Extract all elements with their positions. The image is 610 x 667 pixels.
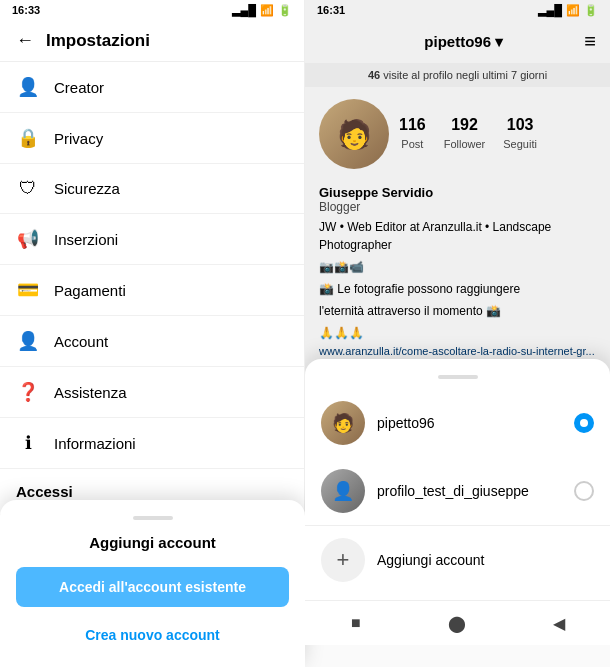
profilo-test-radio [574,481,594,501]
menu-item-sicurezza[interactable]: 🛡 Sicurezza [0,164,304,214]
stat-seguiti-num: 103 [503,116,537,134]
sheet-triangle-icon: ◀ [553,614,565,633]
sheet-add-account-item[interactable]: + Aggiungi account [305,525,610,594]
account-switcher-sheet: 🧑 pipetto96 👤 profilo_test_di_giuseppe +… [305,359,610,645]
sheet-title: Aggiungi account [16,534,289,551]
bio-desc3: l'eternità attraverso il momento 📸 [319,302,596,320]
sheet-nav-circle[interactable]: ⬤ [445,611,469,635]
sheet-nav-triangle[interactable]: ◀ [547,611,571,635]
stat-seguiti: 103 Seguiti [503,116,537,152]
menu-item-inserzioni[interactable]: 📢 Inserzioni [0,214,304,265]
account-item-profilo-test[interactable]: 👤 profilo_test_di_giuseppe [305,457,610,525]
sheet-add-account-label: Aggiungi account [377,552,484,568]
sheet-nav-square[interactable]: ■ [344,611,368,635]
profile-info-row: 🧑 116 Post 192 Follower 103 Seguiti [305,87,610,181]
inserzioni-icon: 📢 [16,228,40,250]
bio-desc2: 📸 Le fotografie possono raggiungere [319,280,596,298]
menu-item-account[interactable]: 👤 Account [0,316,304,367]
avatar: 🧑 [319,99,389,169]
right-status-bar: 16:31 ▂▄█ 📶 🔋 [305,0,610,20]
bio-desc1: JW • Web Editor at Aranzulla.it • Landsc… [319,218,596,254]
pipetto96-avatar: 🧑 [321,401,365,445]
bio-name: Giuseppe Servidio [319,185,596,200]
bio-job: Blogger [319,200,596,214]
back-button[interactable]: ← [16,30,34,51]
sheet-circle-icon: ⬤ [448,614,466,633]
battery-icon: 🔋 [278,4,292,17]
left-status-icons: ▂▄█ 📶 🔋 [232,4,292,17]
menu-item-account-label: Account [54,333,108,350]
add-account-sheet: Aggiungi account Accedi all'account esis… [0,500,305,645]
profile-bio: Giuseppe Servidio Blogger JW • Web Edito… [305,181,610,367]
informazioni-icon: ℹ [16,432,40,454]
avatar-emoji: 🧑 [337,118,372,151]
stat-follower-num: 192 [444,116,486,134]
pipetto96-avatar-emoji: 🧑 [332,412,354,434]
profilo-test-name: profilo_test_di_giuseppe [377,483,562,499]
visits-bar: 46 visite al profilo negli ultimi 7 gior… [305,63,610,87]
accessi-label: Accessi [16,483,73,500]
menu-item-creator[interactable]: 👤 Creator [0,62,304,113]
left-status-bar: 16:33 ▂▄█ 📶 🔋 [0,0,304,20]
stat-post-num: 116 [399,116,426,134]
signal-icon: ▂▄█ [232,4,256,17]
stat-follower-label: Follower [444,138,486,150]
username-label: pipetto96 [424,33,491,50]
right-wifi-icon: 📶 [566,4,580,17]
right-signal-icon: ▂▄█ [538,4,562,17]
right-time: 16:31 [317,4,345,16]
account-item-pipetto96[interactable]: 🧑 pipetto96 [305,389,610,457]
chevron-down-icon: ▾ [495,33,503,51]
pagamenti-icon: 💳 [16,279,40,301]
left-time: 16:33 [12,4,40,16]
right-status-icons: ▂▄█ 📶 🔋 [538,4,598,17]
stats-row: 116 Post 192 Follower 103 Seguiti [399,116,537,152]
right-sheet-handle [438,375,478,379]
sheet-bottom-nav: ■ ⬤ ◀ [305,600,610,645]
visits-count: 46 [368,69,380,81]
pipetto96-radio [574,413,594,433]
bio-emoji-line: 📷📸📹 [319,258,596,276]
stat-post-label: Post [401,138,423,150]
add-account-circle-icon: + [321,538,365,582]
menu-item-inserzioni-label: Inserzioni [54,231,118,248]
profilo-test-avatar-emoji: 👤 [332,480,354,502]
creator-icon: 👤 [16,76,40,98]
profile-panel: 16:31 ▂▄█ 📶 🔋 pipetto96 ▾ ≡ 46 visite al… [305,0,610,645]
menu-item-pagamenti-label: Pagamenti [54,282,126,299]
crea-account-button[interactable]: Crea nuovo account [16,619,289,645]
settings-title: Impostazioni [46,31,150,51]
privacy-icon: 🔒 [16,127,40,149]
bio-emoji-row: 🙏🙏🙏 [319,324,596,342]
stat-follower: 192 Follower [444,116,486,152]
settings-header: ← Impostazioni [0,20,304,62]
right-battery-icon: 🔋 [584,4,598,17]
assistenza-icon: ❓ [16,381,40,403]
menu-item-assistenza-label: Assistenza [54,384,127,401]
sicurezza-icon: 🛡 [16,178,40,199]
profile-header: pipetto96 ▾ ≡ [305,20,610,63]
sheet-square-icon: ■ [351,614,361,632]
menu-item-privacy-label: Privacy [54,130,103,147]
menu-item-pagamenti[interactable]: 💳 Pagamenti [0,265,304,316]
accedi-account-button[interactable]: Accedi all'account esistente [16,567,289,607]
profilo-test-avatar: 👤 [321,469,365,513]
sheet-handle [133,516,173,520]
visits-text: visite al profilo negli ultimi 7 giorni [383,69,547,81]
hamburger-menu-icon[interactable]: ≡ [584,30,596,53]
account-icon: 👤 [16,330,40,352]
menu-item-informazioni[interactable]: ℹ Informazioni [0,418,304,469]
wifi-icon: 📶 [260,4,274,17]
menu-item-assistenza[interactable]: ❓ Assistenza [0,367,304,418]
menu-item-sicurezza-label: Sicurezza [54,180,120,197]
profile-username[interactable]: pipetto96 ▾ [424,33,503,51]
bio-link[interactable]: www.aranzulla.it/come-ascoltare-la-radio… [319,345,596,357]
menu-item-privacy[interactable]: 🔒 Privacy [0,113,304,164]
pipetto96-name: pipetto96 [377,415,562,431]
menu-item-informazioni-label: Informazioni [54,435,136,452]
settings-panel: 16:33 ▂▄█ 📶 🔋 ← Impostazioni 👤 Creator 🔒… [0,0,305,645]
stat-seguiti-label: Seguiti [503,138,537,150]
menu-item-creator-label: Creator [54,79,104,96]
stat-post: 116 Post [399,116,426,152]
